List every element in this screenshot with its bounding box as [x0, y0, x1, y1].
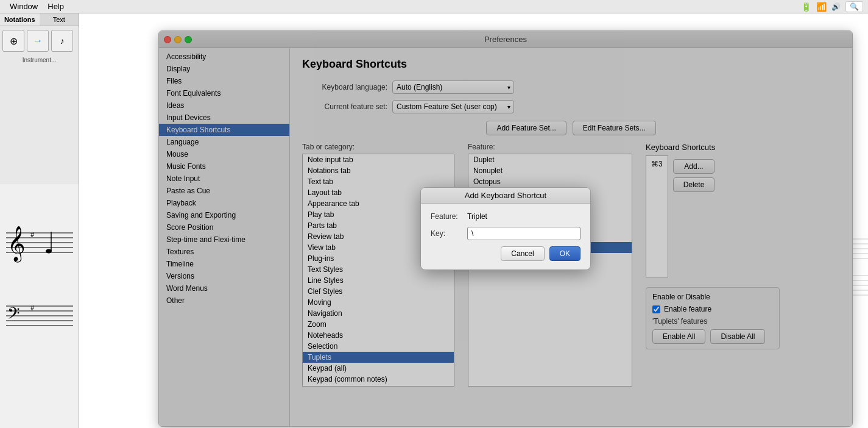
menu-help[interactable]: Help — [43, 2, 69, 11]
score-preview: 𝄞 # 𝄢 # — [0, 184, 79, 428]
modal-key-input[interactable] — [467, 227, 580, 240]
modal-buttons: Cancel OK — [431, 246, 580, 261]
modal-titlebar: Add Keyboard Shortcut — [421, 188, 590, 204]
change-btn[interactable]: → — [27, 30, 49, 52]
search-icon[interactable]: 🔍 — [845, 1, 863, 12]
modal-body: Feature: Triplet Key: Cancel OK — [421, 204, 590, 269]
svg-text:#: # — [30, 230, 34, 239]
modal-overlay: Add Keyboard Shortcut Feature: Triplet K… — [159, 31, 852, 426]
toolbar-area: Notations Text ⊕ → ♪ Instrument... 𝄞 # — [0, 13, 79, 428]
add-remove-btn[interactable]: ⊕ — [2, 30, 24, 52]
svg-text:#: # — [30, 304, 34, 312]
battery-icon: 🔋 — [801, 2, 811, 12]
tab-text[interactable]: Text — [40, 13, 79, 26]
toolbar-icons: ⊕ → ♪ — [0, 26, 79, 55]
modal-key-label: Key: — [431, 229, 467, 238]
wifi-icon: 📶 — [816, 2, 827, 12]
preferences-dialog: Preferences AccessibilityDisplayFilesFon… — [158, 30, 853, 427]
volume-icon: 🔊 — [831, 2, 841, 11]
score-area: 10 Preferences AccessibilityDisplayFil — [79, 13, 868, 428]
toolbar-tabs: Notations Text — [0, 13, 79, 26]
svg-text:𝄞: 𝄞 — [7, 226, 26, 263]
menu-bar: Window Help 🔋 📶 🔊 🔍 — [0, 0, 868, 13]
menu-window[interactable]: Window — [5, 2, 43, 11]
modal-feature-label: Feature: — [431, 212, 467, 221]
svg-text:𝄢: 𝄢 — [7, 304, 20, 326]
modal-title: Add Keyboard Shortcut — [465, 191, 546, 200]
modal-key-row: Key: — [431, 227, 580, 240]
modal-feature-value: Triplet — [467, 212, 487, 221]
tab-notations[interactable]: Notations — [0, 13, 40, 26]
modal-ok-btn[interactable]: OK — [549, 246, 580, 261]
add-shortcut-dialog: Add Keyboard Shortcut Feature: Triplet K… — [420, 187, 591, 270]
instrument-label: Instrument... — [0, 55, 79, 65]
transpose-btn[interactable]: ♪ — [51, 30, 73, 52]
modal-feature-row: Feature: Triplet — [431, 212, 580, 221]
modal-cancel-btn[interactable]: Cancel — [501, 246, 544, 261]
